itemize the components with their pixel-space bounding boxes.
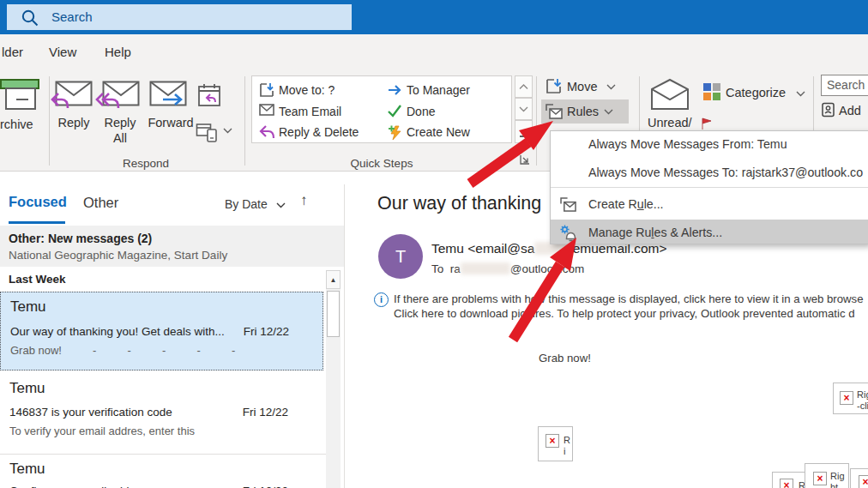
archive-icon [5, 87, 36, 110]
manage-rules-icon [559, 224, 577, 242]
search-placeholder: Search [51, 4, 93, 30]
rules-dropdown-menu: Always Move Messages From: Temu Always M… [550, 130, 868, 244]
list-scrollbar[interactable]: ▲ [326, 270, 341, 488]
reply-delete-icon [259, 124, 275, 140]
menu-item-label: Always Move Messages To: rajstark37@outl… [588, 158, 863, 187]
broken-image-icon: × [840, 391, 853, 405]
reply-all-arrow-icon [94, 92, 122, 111]
search-input[interactable]: Search [7, 4, 352, 30]
menu-item-label: es & Alerts... [654, 226, 723, 239]
menu-item-create-rule[interactable]: Create Rule... [551, 189, 868, 220]
accelerator-key: u [637, 197, 644, 211]
move-label: Move [567, 75, 597, 99]
rules-icon [546, 104, 564, 119]
chevron-down-icon [796, 91, 805, 97]
blocked-image-caption: -cli [857, 401, 868, 411]
scrollbar-thumb[interactable] [327, 291, 340, 337]
blocked-image-placeholder[interactable]: × Rig ht- [805, 463, 849, 488]
quick-steps-group-label: Quick Steps [335, 157, 429, 170]
move-icon [546, 78, 562, 94]
message-subject: Confirm your email address [9, 485, 151, 488]
menu-item-always-move-to[interactable]: Always Move Messages To: rajstark37@outl… [551, 158, 868, 187]
broken-image-icon: × [813, 472, 827, 485]
dialog-launcher-icon[interactable] [520, 154, 531, 166]
chevron-down-icon[interactable] [223, 128, 232, 134]
message-row-selected[interactable]: Temu Our way of thanking you! Get deals … [0, 292, 323, 371]
email-body-text: Grab now! [539, 352, 591, 364]
message-date: Fri 12/22 [236, 406, 288, 419]
quick-step-label: Done [407, 105, 435, 118]
tab-help[interactable]: Help [105, 45, 131, 59]
info-message-line1[interactable]: If there are problems with how this mess… [394, 292, 864, 305]
blocked-image-caption: R [564, 435, 570, 445]
scroll-up-button[interactable] [515, 75, 533, 98]
reply-all-label-2: All [98, 131, 142, 145]
move-button[interactable]: Move [541, 75, 632, 99]
message-subject: 146837 is your verification code [9, 406, 172, 419]
message-preview: To verify your email addres, enter this [9, 425, 195, 437]
quick-step-label: Reply & Delete [279, 125, 359, 139]
menu-item-label: le... [644, 197, 664, 211]
message-preview: Grab now! - - - - - [10, 344, 235, 357]
scrollbar-up-arrow[interactable]: ▲ [326, 270, 341, 289]
reply-label: Reply [50, 116, 98, 130]
open-envelope-icon [650, 78, 690, 111]
rules-button[interactable]: Rules [541, 99, 629, 124]
chevron-down-icon [604, 109, 613, 115]
group-separator [244, 76, 245, 166]
address-book-icon [821, 102, 835, 117]
tab-focused[interactable]: Focused [9, 194, 67, 210]
list-divider [0, 454, 326, 455]
search-people-input[interactable]: Search [821, 75, 868, 96]
message-sender: Temu [9, 461, 45, 478]
quick-steps-gallery: Move to: ? Team Email Reply & Delete [251, 75, 512, 143]
search-people-placeholder: Search [827, 75, 865, 95]
tab-folder-partial[interactable]: lder [2, 45, 23, 59]
menu-item-label: Create R [588, 197, 637, 211]
blocked-image-placeholder[interactable]: × [850, 468, 868, 488]
blocked-image-placeholder[interactable]: × R i [538, 426, 573, 461]
to-manager-icon [387, 82, 403, 98]
categorize-label: Categorize [726, 86, 786, 99]
menu-item-manage-rules-alerts[interactable]: Manage Rules & Alerts... [551, 220, 868, 244]
message-sender: Temu [10, 298, 46, 316]
sender-avatar[interactable]: T [378, 234, 423, 279]
ribbon-tab-row: lder View Help [0, 34, 868, 73]
quick-step-label: Move to: ? [279, 83, 335, 97]
share-to-teams-icon[interactable] [196, 122, 219, 143]
tab-other[interactable]: Other [83, 195, 118, 211]
message-date: Fri 12/22 [236, 485, 288, 488]
info-message-line2[interactable]: Click here to download pictures. To help… [394, 307, 855, 320]
group-separator [536, 76, 537, 166]
chevron-down-icon [606, 84, 616, 90]
recipient-line: To ra@outlook.com [431, 262, 584, 275]
sort-direction-button[interactable]: ↑ [300, 192, 308, 209]
search-icon [21, 9, 39, 27]
forward-arrow-icon [161, 91, 185, 108]
reply-arrow-icon [50, 92, 70, 111]
menu-item-label: Manage Ru [588, 226, 651, 239]
banner-title: Other: New messages (2) [9, 232, 152, 245]
blocked-image-placeholder[interactable]: × Rig -cli [833, 383, 868, 414]
reply-all-label-1: Reply [98, 116, 142, 130]
follow-up-flag-icon[interactable] [700, 117, 714, 130]
message-list-pane: Focused Other By Date ↑ Other: New messa… [0, 184, 345, 488]
broken-image-icon: × [780, 479, 793, 488]
quick-step-label: To Manager [407, 83, 470, 97]
categorize-icon [703, 83, 720, 100]
message-sender: Temu [9, 380, 45, 397]
tab-view[interactable]: View [49, 45, 76, 59]
blocked-image-caption: i [564, 446, 565, 456]
message-subject: Our way of thanking you! Get deals with.… [10, 325, 225, 338]
move-to-icon [259, 82, 274, 98]
chevron-down-icon [276, 202, 286, 208]
sort-by-date-dropdown[interactable]: By Date [225, 197, 286, 211]
menu-item-always-move-from[interactable]: Always Move Messages From: Temu [551, 131, 868, 158]
meeting-icon[interactable] [197, 82, 221, 108]
scroll-down-button[interactable] [515, 98, 533, 120]
other-messages-banner[interactable]: Other: New messages (2) National Geograp… [0, 226, 345, 267]
gallery-more-button[interactable]: ▼ [515, 120, 533, 143]
outlook-window: Search lder View Help rchive R [0, 0, 868, 488]
blocked-image-caption: Rig [857, 389, 868, 400]
message-date: Fri 12/22 [237, 325, 289, 338]
